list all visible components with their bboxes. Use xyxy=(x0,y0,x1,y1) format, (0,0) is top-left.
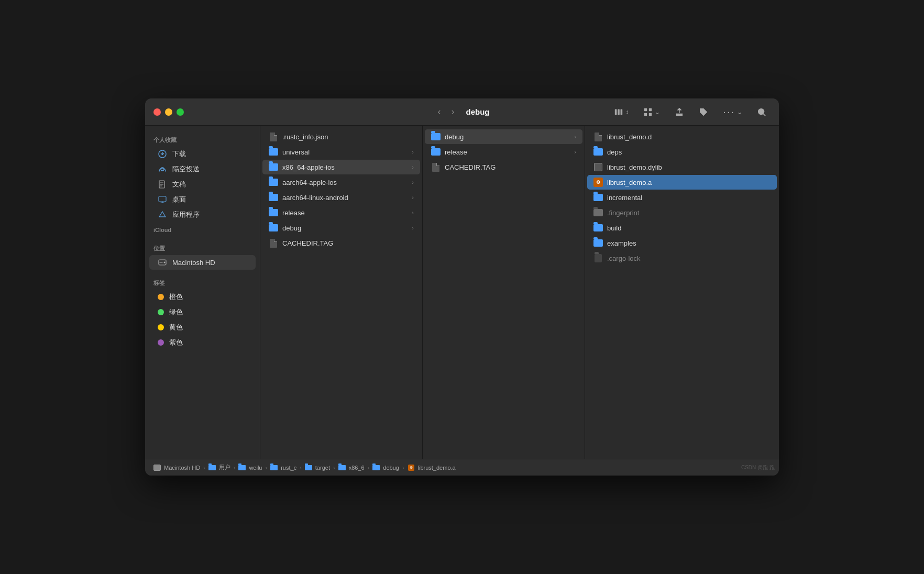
grid-view-button[interactable]: ⌄ xyxy=(639,105,664,119)
breadcrumb-separator: › xyxy=(402,465,404,471)
breadcrumb-label: weilu xyxy=(249,465,262,471)
tags-header: 标签 xyxy=(145,275,260,289)
tag-label: 橙色 xyxy=(169,292,183,302)
svg-rect-3 xyxy=(644,108,647,111)
breadcrumb-label: rust_c xyxy=(281,465,296,471)
traffic-lights xyxy=(153,108,184,116)
rust-small-icon: ⚙ xyxy=(408,464,415,471)
list-item[interactable]: librust_demo.dylib xyxy=(587,160,777,174)
sidebar-item-downloads[interactable]: 下载 xyxy=(149,147,256,161)
forward-button[interactable]: › xyxy=(448,104,458,119)
list-item[interactable]: universal › xyxy=(262,145,420,159)
file-icon xyxy=(269,238,278,248)
list-item[interactable]: aarch64-linux-android › xyxy=(262,190,420,205)
sidebar-item-desktop[interactable]: 桌面 xyxy=(149,192,256,207)
sidebar-item-airdrop[interactable]: 隔空投送 xyxy=(149,162,256,176)
sidebar-item-macintosh-hd[interactable]: Macintosh HD xyxy=(149,255,256,270)
svg-rect-0 xyxy=(615,109,617,115)
list-item[interactable]: ⚙ librust_demo.a xyxy=(587,175,777,190)
svg-rect-5 xyxy=(644,113,647,115)
column-1: .rustc_info.json universal › x86_64-appl… xyxy=(260,126,423,459)
list-item[interactable]: CACHEDIR.TAG xyxy=(425,160,582,174)
back-button[interactable]: ‹ xyxy=(435,104,444,119)
breadcrumb-users[interactable]: 用户 xyxy=(208,463,230,471)
list-item[interactable]: CACHEDIR.TAG xyxy=(262,236,420,250)
list-item[interactable]: build xyxy=(587,220,777,235)
sidebar-item-tag-green[interactable]: 绿色 xyxy=(149,305,256,319)
close-button[interactable] xyxy=(153,108,161,116)
status-bar: Macintosh HD › 用户 › weilu › rust_c › xyxy=(145,459,779,476)
list-item[interactable]: .cargo-lock xyxy=(587,251,777,266)
sidebar-item-tag-purple[interactable]: 紫色 xyxy=(149,335,256,350)
breadcrumb-weilu[interactable]: weilu xyxy=(238,464,262,471)
list-item[interactable]: .fingerprint xyxy=(587,205,777,220)
share-button[interactable] xyxy=(670,105,688,119)
maximize-button[interactable] xyxy=(177,108,184,116)
rust-lib-icon: ⚙ xyxy=(593,178,603,187)
file-name: universal xyxy=(282,148,408,156)
file-name: .cargo-lock xyxy=(607,255,771,262)
file-name: debug xyxy=(445,133,570,141)
list-item[interactable]: librust_demo.d xyxy=(587,129,777,144)
folder-icon xyxy=(269,147,278,157)
list-item[interactable]: release › xyxy=(262,205,420,220)
folder-small-icon xyxy=(270,464,278,471)
list-item[interactable]: debug › xyxy=(425,129,582,144)
chevron-right-icon: › xyxy=(412,164,414,170)
folder-icon xyxy=(269,193,278,202)
breadcrumb-separator: › xyxy=(203,465,205,471)
search-button[interactable] xyxy=(753,105,771,119)
sidebar-item-documents[interactable]: 文稿 xyxy=(149,177,256,192)
sidebar: 个人收藏 下载 隔空投送 文稿 xyxy=(145,126,260,459)
chevron-right-icon: › xyxy=(412,179,414,185)
main-content: 个人收藏 下载 隔空投送 文稿 xyxy=(145,126,779,459)
file-name: librust_demo.d xyxy=(607,133,771,141)
breadcrumb-librust[interactable]: ⚙ librust_demo.a xyxy=(408,464,456,471)
tag-label: 紫色 xyxy=(169,338,183,347)
breadcrumb-debug[interactable]: debug xyxy=(372,464,399,471)
folder-icon xyxy=(593,223,603,233)
yellow-dot xyxy=(158,324,164,330)
svg-rect-1 xyxy=(618,109,620,115)
sidebar-item-label: 隔空投送 xyxy=(172,164,200,174)
list-item[interactable]: .rustc_info.json xyxy=(262,129,420,144)
watermark: CSDN @跑 跑 xyxy=(741,464,775,471)
list-item[interactable]: incremental xyxy=(587,190,777,205)
folder-small-icon xyxy=(305,464,312,471)
list-item[interactable]: examples xyxy=(587,236,777,250)
title-bar: ‹ › debug ↕ ⌄ xyxy=(145,98,779,126)
breadcrumb-label: librust_demo.a xyxy=(418,465,456,471)
svg-rect-4 xyxy=(649,108,652,111)
file-name: librust_demo.dylib xyxy=(607,163,771,171)
file-name: release xyxy=(445,148,570,156)
apps-icon xyxy=(158,210,167,219)
icloud-header: iCloud xyxy=(145,223,260,235)
file-icon xyxy=(593,253,603,263)
minimize-button[interactable] xyxy=(165,108,172,116)
more-button[interactable]: ··· ⌄ xyxy=(719,104,746,120)
sidebar-item-label: 下载 xyxy=(172,149,186,159)
breadcrumb-rust[interactable]: rust_c xyxy=(270,464,296,471)
sidebar-item-applications[interactable]: 应用程序 xyxy=(149,207,256,222)
chevron-right-icon: › xyxy=(412,149,414,155)
list-item[interactable]: aarch64-apple-ios › xyxy=(262,175,420,190)
sidebar-item-tag-yellow[interactable]: 黄色 xyxy=(149,320,256,335)
file-name: debug xyxy=(282,224,408,232)
sidebar-item-label: 文稿 xyxy=(172,180,186,189)
view-columns-button[interactable]: ↕ xyxy=(610,105,633,119)
svg-line-9 xyxy=(764,114,766,116)
breadcrumb-x86[interactable]: x86_6 xyxy=(338,464,365,471)
list-item[interactable]: deps xyxy=(587,145,777,159)
tag-label: 绿色 xyxy=(169,307,183,317)
list-item[interactable]: x86_64-apple-ios › xyxy=(262,160,420,174)
list-item[interactable]: release › xyxy=(425,145,582,159)
list-item[interactable]: debug › xyxy=(262,220,420,235)
file-name: .fingerprint xyxy=(607,209,771,217)
file-browser: .rustc_info.json universal › x86_64-appl… xyxy=(260,126,779,459)
breadcrumb-target[interactable]: target xyxy=(305,464,330,471)
svg-rect-2 xyxy=(621,109,623,115)
chevron-right-icon: › xyxy=(412,209,414,216)
breadcrumb-macintosh-hd[interactable]: Macintosh HD xyxy=(153,464,200,471)
sidebar-item-tag-orange[interactable]: 橙色 xyxy=(149,290,256,304)
tag-button[interactable] xyxy=(695,105,712,119)
